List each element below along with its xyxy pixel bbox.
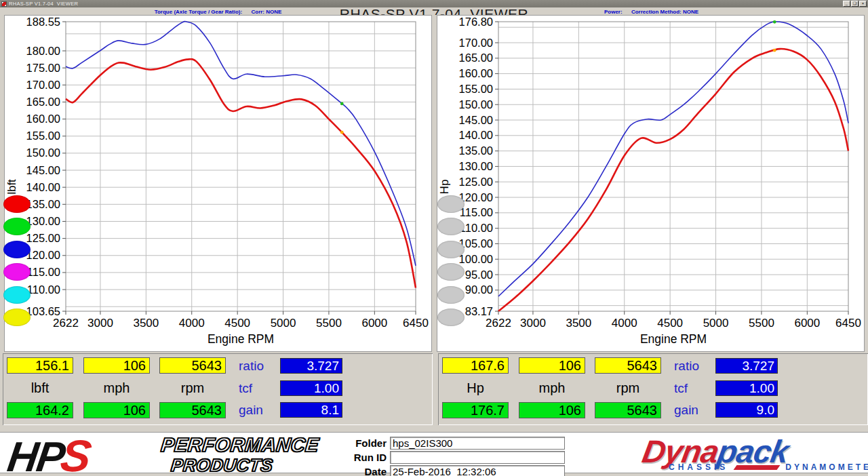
power-cursor-value: 167.6	[442, 357, 509, 374]
svg-text:140.00: 140.00	[26, 181, 60, 193]
folder-input[interactable]	[390, 437, 565, 450]
torque-readout-panel: 156.1 106 5643 lbft mph rpm 164.2 106 56…	[3, 353, 433, 425]
gain-run-torque	[66, 22, 416, 266]
torque-cursor-speed: 106	[83, 357, 150, 374]
svg-text:160.00: 160.00	[26, 113, 60, 125]
run-select-oval[interactable]	[3, 241, 31, 258]
run-select-oval[interactable]	[3, 195, 31, 213]
speed-unit-label: mph	[83, 380, 150, 396]
svg-text:140.00: 140.00	[459, 129, 493, 141]
svg-text:188.55: 188.55	[26, 16, 60, 28]
gain-value: 8.1	[280, 402, 342, 418]
hps-logo: HPS	[5, 430, 95, 476]
plot: 188.55180.00175.00170.00165.00160.00155.…	[5, 16, 431, 351]
ratio-value: 3.727	[280, 358, 342, 374]
run-select-oval[interactable]	[437, 263, 465, 281]
torque-gain-rpm: 5643	[159, 402, 226, 418]
date-input[interactable]	[390, 465, 565, 476]
ratio-label: ratio	[674, 359, 709, 374]
svg-text:115.00: 115.00	[27, 266, 60, 278]
dynapack-logo: Dynapack CHASSIS DYNAMOMETERS	[643, 433, 864, 470]
svg-text:155.00: 155.00	[26, 130, 60, 142]
svg-text:170.00: 170.00	[26, 79, 60, 91]
svg-text:6000: 6000	[794, 317, 820, 330]
run-select-oval[interactable]	[437, 241, 465, 258]
svg-text:6000: 6000	[361, 317, 387, 330]
svg-text:115.00: 115.00	[460, 206, 493, 218]
svg-text:5500: 5500	[316, 317, 342, 330]
dynapack-swoosh	[734, 465, 781, 470]
power-cursor-speed: 106	[519, 357, 585, 374]
tcf-value: 1.00	[715, 380, 778, 396]
svg-text:150.00: 150.00	[459, 98, 493, 111]
gain-run-power	[498, 22, 848, 296]
hps-tagline: PERFORMANCE PRODUCTS	[158, 434, 320, 476]
ratio-label: ratio	[239, 359, 274, 374]
svg-text:155.00: 155.00	[459, 83, 493, 95]
x-axis-label: Engine RPM	[208, 332, 274, 346]
svg-text:175.00: 175.00	[26, 62, 60, 74]
torque-cursor-rpm: 5643	[159, 357, 226, 374]
run-select-oval[interactable]	[437, 309, 465, 326]
run-select-oval[interactable]	[437, 195, 465, 213]
svg-text:5000: 5000	[703, 317, 729, 330]
svg-text:120.00: 120.00	[26, 249, 60, 261]
svg-text:3500: 3500	[566, 317, 591, 330]
cursor-marker	[773, 20, 776, 24]
svg-text:2622: 2622	[486, 317, 511, 330]
svg-text:130.00: 130.00	[459, 160, 493, 172]
run-select-oval[interactable]	[437, 286, 465, 304]
performance-text: PERFORMANCE	[160, 434, 320, 456]
svg-text:135.00: 135.00	[459, 144, 493, 157]
power-cursor-rpm: 5643	[595, 357, 661, 374]
torque-gain-speed: 106	[83, 402, 150, 418]
run-select-oval[interactable]	[3, 286, 31, 304]
gain-label: gain	[239, 403, 274, 418]
svg-text:90.00: 90.00	[465, 283, 493, 296]
rpm-unit-label: rpm	[159, 380, 226, 396]
svg-text:4500: 4500	[224, 317, 250, 330]
torque-gain-value: 164.2	[7, 402, 73, 418]
gain-label: gain	[674, 403, 709, 418]
hps-logo-s: S	[58, 431, 94, 476]
svg-text:83.17: 83.17	[465, 305, 493, 317]
hps-logo-hp: HP	[5, 433, 67, 476]
svg-text:3000: 3000	[520, 317, 546, 330]
svg-text:130.00: 130.00	[26, 215, 60, 227]
rpm-unit-label: rpm	[595, 380, 661, 396]
y-axis-label: Hp	[438, 180, 451, 195]
svg-text:5500: 5500	[749, 317, 774, 330]
svg-text:170.00: 170.00	[459, 37, 493, 49]
torque-chart-header: Torque (Axle Torque / Gear Ratio): Corr:…	[4, 9, 432, 15]
svg-text:4000: 4000	[179, 317, 205, 330]
dynapack-chassis: CHASSIS	[669, 462, 728, 472]
svg-text:110.00: 110.00	[27, 283, 60, 296]
cursor-marker	[340, 102, 344, 106]
power-readout-panel: 167.6 106 5643 Hp mph rpm 176.7 106 5643…	[438, 353, 868, 425]
run-id-label: Run ID	[336, 452, 390, 463]
svg-text:150.00: 150.00	[26, 146, 60, 159]
torque-cursor-value: 156.1	[7, 357, 73, 374]
torque-unit-label: lbft	[7, 380, 73, 396]
cursor-marker	[773, 49, 776, 52]
plot: 176.80170.00165.00160.00155.00150.00145.…	[437, 16, 864, 351]
svg-text:110.00: 110.00	[460, 222, 493, 234]
ratio-value: 3.727	[715, 358, 778, 374]
svg-text:103.65: 103.65	[26, 305, 60, 317]
footer-bar: HPS PERFORMANCE PRODUCTS Folder Run ID D…	[0, 432, 868, 473]
svg-text:165.00: 165.00	[26, 96, 60, 108]
svg-text:135.00: 135.00	[26, 198, 60, 210]
svg-text:165.00: 165.00	[459, 52, 493, 64]
svg-text:3000: 3000	[87, 317, 113, 330]
svg-text:176.80: 176.80	[459, 16, 493, 28]
tcf-label: tcf	[674, 381, 709, 396]
torque-chart: 188.55180.00175.00170.00165.00160.00155.…	[4, 15, 432, 352]
folder-label: Folder	[336, 437, 390, 449]
power-gain-speed: 106	[519, 402, 585, 418]
svg-text:145.00: 145.00	[26, 164, 60, 176]
run-id-input[interactable]	[390, 451, 565, 464]
run-select-oval[interactable]	[3, 263, 31, 281]
run-select-oval[interactable]	[3, 309, 31, 326]
svg-text:100.00: 100.00	[459, 253, 493, 265]
svg-text:5000: 5000	[271, 317, 296, 330]
